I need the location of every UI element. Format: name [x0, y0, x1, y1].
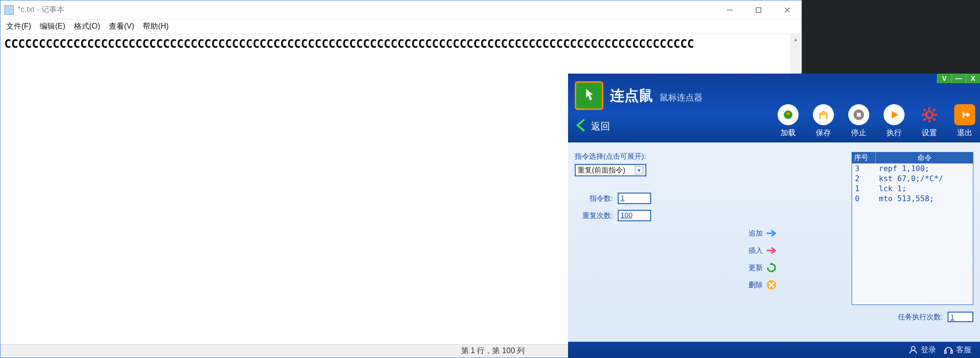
minimize-button[interactable] [716, 0, 744, 20]
run-button[interactable]: 执行 [884, 104, 905, 138]
svg-line-18 [924, 119, 926, 120]
delete-button[interactable]: 删除 [748, 279, 777, 291]
table-row[interactable]: 2kst 67,0;/*C*/ [852, 174, 973, 184]
svg-line-17 [933, 109, 935, 111]
app-subtitle: 鼠标连点器 [660, 93, 703, 102]
maximize-button[interactable] [744, 0, 773, 20]
headset-icon [944, 345, 953, 355]
update-button[interactable]: 更新 [748, 262, 777, 273]
chevron-down-icon[interactable]: ▾ [635, 166, 643, 174]
menu-format[interactable]: 格式(O) [71, 21, 103, 33]
menu-file[interactable]: 文件(F) [3, 21, 34, 33]
command-select[interactable]: 重复(前面指令) ▾ [575, 164, 646, 176]
notepad-menubar: 文件(F) 编辑(E) 格式(O) 查看(V) 帮助(H) [0, 20, 801, 34]
repeat-label: 重复次数: [575, 211, 618, 220]
repeat-input[interactable]: 100 [618, 210, 651, 221]
minimize-button[interactable]: — [951, 74, 966, 83]
back-button[interactable]: 返回 [575, 118, 610, 135]
back-arrow-icon [575, 118, 588, 135]
command-select-value: 重复(前面指令) [578, 166, 625, 175]
svg-marker-9 [892, 111, 898, 119]
cmd-count-label: 指令数: [575, 194, 618, 203]
exit-icon [954, 104, 975, 125]
toolbar: 加载 保存 停止 执行 [778, 104, 975, 138]
version-button[interactable]: V [937, 74, 951, 83]
clicker-header: 连点鼠 鼠标连点器 返回 加载 保存 [568, 74, 980, 142]
svg-rect-22 [945, 350, 946, 353]
svg-rect-8 [857, 113, 861, 117]
scroll-up-icon[interactable]: ▴ [790, 34, 801, 44]
notepad-icon [4, 5, 14, 15]
col-cmd: 命令 [876, 152, 973, 163]
close-button[interactable] [773, 0, 801, 20]
exit-button[interactable]: 退出 [954, 104, 975, 138]
load-icon [778, 104, 799, 125]
settings-button[interactable]: 设置 [919, 104, 940, 138]
app-logo-icon [575, 81, 603, 110]
load-button[interactable]: 加载 [778, 104, 799, 138]
svg-rect-6 [821, 115, 826, 119]
svg-line-15 [924, 109, 926, 111]
svg-point-10 [926, 111, 933, 118]
task-count-input[interactable] [948, 312, 973, 322]
back-label: 返回 [591, 120, 610, 133]
save-button[interactable]: 保存 [813, 104, 834, 138]
menu-edit[interactable]: 编辑(E) [37, 21, 68, 33]
clicker-window: V — X 连点鼠 鼠标连点器 返回 加载 [568, 74, 980, 358]
command-table: 序号 命令 3repf 1,100;2kst 67,0;/*C*/1lck 1;… [852, 152, 973, 305]
menu-view[interactable]: 查看(V) [106, 21, 137, 33]
table-row[interactable]: 3repf 1,100; [852, 163, 973, 174]
refresh-icon [766, 262, 777, 273]
col-seq: 序号 [852, 152, 876, 163]
select-label: 指令选择(点击可展开): [575, 152, 847, 161]
arrow-right-red-icon [766, 245, 777, 256]
save-icon [813, 104, 834, 125]
user-icon [908, 345, 918, 355]
table-row[interactable]: 0mto 513,558; [852, 194, 973, 204]
stop-icon [848, 104, 869, 125]
stop-button[interactable]: 停止 [848, 104, 869, 138]
menu-help[interactable]: 帮助(H) [140, 21, 171, 33]
task-count-label: 任务执行次数: [898, 313, 943, 322]
row-actions: 追加 插入 更新 删除 [748, 228, 777, 291]
svg-rect-23 [951, 350, 952, 353]
arrow-right-blue-icon [766, 228, 777, 239]
svg-line-16 [933, 119, 935, 120]
append-button[interactable]: 追加 [748, 228, 777, 239]
clicker-body: 指令选择(点击可展开): 重复(前面指令) ▾ 指令数: 1 重复次数: 100… [568, 142, 980, 342]
cmd-count-input[interactable]: 1 [618, 193, 651, 204]
close-button[interactable]: X [966, 74, 980, 83]
svg-rect-1 [756, 8, 761, 12]
insert-button[interactable]: 插入 [748, 245, 777, 256]
app-title: 连点鼠 [610, 87, 653, 103]
notepad-title: *c.txt - 记事本 [18, 5, 716, 15]
notepad-titlebar[interactable]: *c.txt - 记事本 [0, 0, 801, 20]
command-config-panel: 指令选择(点击可展开): 重复(前面指令) ▾ 指令数: 1 重复次数: 100… [575, 152, 847, 342]
clicker-footer: 登录 客服 [568, 342, 980, 358]
support-button[interactable]: 客服 [944, 345, 971, 355]
login-button[interactable]: 登录 [908, 345, 936, 355]
gear-icon [919, 104, 940, 125]
run-icon [884, 104, 905, 125]
command-list-panel: 序号 命令 3repf 1,100;2kst 67,0;/*C*/1lck 1;… [852, 152, 973, 342]
table-row[interactable]: 1lck 1; [852, 184, 973, 194]
delete-x-icon [766, 279, 777, 291]
svg-point-21 [911, 347, 915, 350]
